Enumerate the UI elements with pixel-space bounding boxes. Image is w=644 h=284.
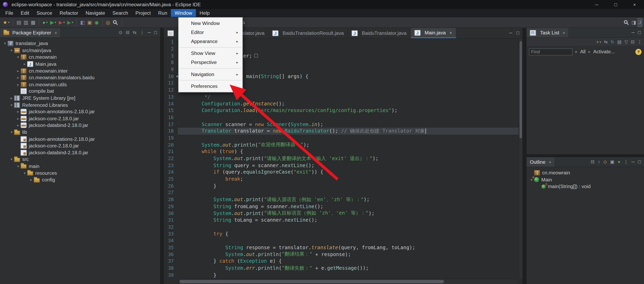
menu-help[interactable]: Help [196, 9, 213, 17]
close-icon[interactable]: × [450, 30, 452, 35]
menu-window[interactable]: Window [171, 9, 196, 17]
tree-item[interactable]: jackson-annotations-2.18.0.jar [0, 136, 160, 142]
tree-item[interactable]: ▾resources [0, 170, 160, 176]
tree-item[interactable]: ▾translator_java [0, 40, 160, 47]
code-line[interactable]: 32 [164, 224, 518, 230]
tree-item[interactable]: ▸config [0, 176, 160, 183]
run-icon[interactable]: ▶▾ [49, 18, 57, 27]
chevron-right-icon[interactable]: ▸ [16, 69, 20, 73]
tree-item[interactable]: ▸cn.meowrain.inter [0, 67, 160, 74]
chevron-right-icon[interactable]: ▸ [16, 110, 20, 114]
code-line[interactable]: 34 [164, 237, 518, 244]
open-perspective-icon[interactable]: ◨ [630, 18, 637, 27]
close-icon[interactable]: × [549, 160, 552, 164]
new-java-project-icon[interactable]: ◧ [79, 18, 86, 27]
code-line[interactable]: 36 System.out.println("翻译结果：" + response… [164, 251, 518, 258]
menu-edit[interactable]: Edit [17, 9, 33, 17]
code-line[interactable]: 29 String fromLang = scanner.nextLine(); [164, 203, 518, 210]
quick-search-icon[interactable] [622, 18, 630, 27]
link-with-editor-icon[interactable]: ⇆ [604, 40, 608, 44]
maximize-button[interactable]: □ [606, 0, 625, 9]
tab-outline[interactable]: Outline × [526, 157, 555, 167]
view-menu-icon[interactable]: ⋮ [637, 40, 642, 44]
sort-icon[interactable]: ↕ [598, 160, 600, 164]
debug-icon[interactable]: ●▾ [41, 18, 49, 27]
save-icon[interactable]: ▤ [15, 18, 22, 27]
menu-item-appearance[interactable]: Appearance▸ [179, 37, 242, 46]
menu-item-show-view[interactable]: Show View▸ [179, 49, 242, 58]
tree-item[interactable]: ▾main [0, 163, 160, 170]
save-all-icon[interactable]: ▥ [22, 18, 30, 27]
filter-all[interactable]: All [580, 49, 586, 55]
chevron-down-icon[interactable]: ▾ [22, 171, 27, 175]
tree-item[interactable]: ▾Main [526, 176, 644, 183]
hide-fields-icon[interactable]: ◇ [603, 160, 607, 164]
open-type-icon[interactable]: ◎ [104, 18, 111, 27]
new-package-icon[interactable]: ▣ [86, 18, 93, 27]
menu-item-perspective[interactable]: Perspective▸ [179, 58, 242, 67]
code-line[interactable]: 14 Configuration.getInstance(); [164, 100, 518, 107]
maximize-icon[interactable]: □ [516, 31, 519, 35]
code-line[interactable]: 27 [164, 189, 518, 196]
chevron-right-icon[interactable]: ▸ [22, 62, 27, 66]
chevron-right-icon[interactable]: ▸ [16, 76, 20, 80]
tree-item[interactable]: ▸jackson-databind-2.18.0.jar [0, 122, 160, 129]
chevron-down-icon[interactable]: ▾ [9, 157, 14, 161]
chevron-down-icon[interactable]: ▾ [9, 130, 14, 134]
coverage-icon[interactable]: ▶▾ [57, 18, 66, 27]
minimize-icon[interactable]: ─ [632, 160, 635, 164]
close-icon[interactable]: × [54, 30, 57, 35]
tree-item[interactable]: ▸jackson-core-2.18.0.jar [0, 115, 160, 122]
menu-source[interactable]: Source [33, 9, 56, 17]
tree-item[interactable]: cn.meowrain [526, 170, 644, 176]
menu-item-navigation[interactable]: Navigation▸ [179, 70, 242, 79]
tree-item[interactable]: ▾src/main/java [0, 47, 160, 54]
tree-item[interactable]: ▸JRE System Library [jre] [0, 95, 160, 102]
close-button[interactable]: × [625, 0, 644, 9]
menu-run[interactable]: Run [154, 9, 171, 17]
collapse-all-icon[interactable]: ⊟ [591, 160, 594, 164]
code-line[interactable]: 31 String toLang = scanner.nextLine(); [164, 217, 518, 224]
minimize-icon[interactable]: ─ [509, 31, 512, 35]
filter-focus-icon[interactable]: ⊙ [119, 30, 122, 35]
chevron-down-icon[interactable]: ▾ [16, 164, 20, 168]
maximize-icon[interactable]: □ [638, 30, 641, 35]
code-line[interactable]: 16 [164, 114, 518, 121]
code-line[interactable]: 23 String query = scanner.nextLine(); [164, 162, 518, 169]
menu-search[interactable]: Search [109, 9, 132, 17]
tree-item[interactable]: ▾cn.meowrain [0, 54, 160, 61]
maximize-icon[interactable]: □ [154, 30, 157, 35]
new-class-icon[interactable]: ◉ [93, 18, 100, 27]
synchronize-icon[interactable]: ↻ [610, 40, 614, 44]
tree-item[interactable]: ▸cn.meowrain.translators.baidu [0, 74, 160, 81]
code-line[interactable]: 39 } [164, 272, 518, 278]
view-menu-icon[interactable]: ⋮ [624, 160, 628, 164]
code-line[interactable]: 35 String response = translator.translat… [164, 244, 518, 251]
menu-file[interactable]: File [2, 9, 17, 17]
code-line[interactable]: 33 try { [164, 230, 518, 237]
code-line[interactable]: 25 break; [164, 176, 518, 182]
code-line[interactable]: 15 Configuration.load("src/main/resource… [164, 107, 518, 114]
tree-item[interactable]: ▾src [0, 156, 160, 163]
tree-item[interactable]: jackson-databind-2.18.0.jar [0, 149, 160, 156]
find-input[interactable] [529, 48, 572, 55]
hide-static-members-icon[interactable]: ▣ [610, 160, 614, 164]
minimize-icon[interactable]: ─ [632, 30, 635, 35]
hide-non-public-icon[interactable]: ● [618, 160, 620, 164]
code-line[interactable]: 26 } [164, 182, 518, 189]
editor-tab-baidutranslator-java[interactable]: BaiduTranslator.java [348, 28, 410, 38]
search-toolbar-icon[interactable] [111, 18, 120, 27]
code-line[interactable]: 37 } catch (Exception e) { [164, 258, 518, 265]
chevron-down-icon[interactable]: ▾ [16, 55, 20, 59]
menu-project[interactable]: Project [132, 9, 154, 17]
minimize-icon[interactable]: ─ [148, 30, 151, 35]
filter-activate[interactable]: Activate... [593, 49, 615, 55]
chevron-right-icon[interactable]: ▸ [16, 116, 20, 120]
code-line[interactable]: 13 */ [164, 93, 518, 100]
java-perspective-icon[interactable]: J [637, 18, 642, 27]
tab-task-list[interactable]: Task List × [526, 28, 569, 37]
editor-tab-main-java[interactable]: Main.java× [411, 28, 456, 38]
chevron-down-icon[interactable]: ▾ [9, 103, 14, 107]
code-line[interactable]: 24 if (query.equalsIgnoreCase("exit")) { [164, 169, 518, 176]
tree-item[interactable]: ▸cn.meowrain.utils [0, 81, 160, 88]
